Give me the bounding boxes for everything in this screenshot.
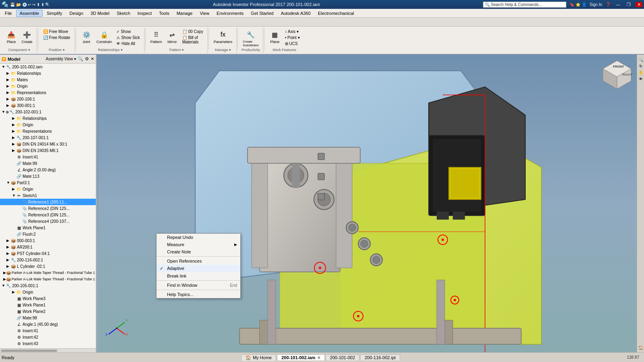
tree-arrow-origin[interactable]: ▶ — [6, 84, 10, 88]
tree-arrow-200-106[interactable]: ▶ — [6, 97, 10, 101]
tree-arrow-200-116[interactable]: ▶ — [6, 258, 10, 262]
close-panel-icon[interactable]: ✕ — [91, 56, 94, 62]
ucs-button[interactable]: ⊞ UCS — [283, 41, 301, 46]
tree-arrow-din[interactable]: ▶ — [12, 142, 16, 146]
tree-item-200-105[interactable]: ▼ 🔧 200-105-001:1 — [0, 282, 96, 289]
tree-arrow-origin3[interactable]: ▶ — [12, 187, 16, 191]
tree-item-insert43[interactable]: ⚙ Insert:43 — [0, 340, 96, 347]
tree-item-origin4[interactable]: ▶ 📁 Origin — [0, 289, 96, 295]
tree-item-pst-cyl[interactable]: ▶ 📦 PST Cylinder-04:1 — [0, 250, 96, 257]
menu-assemble[interactable]: Assemble — [16, 10, 43, 17]
settings-icon[interactable]: ⚙ — [85, 56, 89, 62]
tree-item-mate113[interactable]: 🔗 Mate:113 — [0, 173, 96, 179]
hide-all-button[interactable]: 👁 Hide All — [115, 41, 141, 46]
menu-getstarted[interactable]: Get Started — [248, 10, 277, 16]
tree-arrow-l-cyl[interactable]: ▶ — [6, 264, 10, 268]
tree-item-part31[interactable]: ▼ 📦 Part3:1 — [0, 179, 96, 186]
tree-item-000-003[interactable]: ▶ 📦 000-003:1 — [0, 237, 96, 244]
copy-button[interactable]: 📋 00 Copy — [181, 29, 205, 34]
ctx-find-in-window[interactable]: Find in Window End — [157, 282, 240, 289]
ctx-break-link[interactable]: Break link — [157, 272, 240, 280]
help-icon[interactable]: ❓ — [605, 2, 611, 7]
tree-arrow-300-001[interactable]: ▶ — [6, 103, 10, 107]
tree-item-workplane2[interactable]: ▦ Work Plane2 — [0, 308, 96, 315]
tree-arrow-200-105[interactable]: ▼ — [2, 284, 6, 288]
menu-electromechanical[interactable]: Electromechanical — [315, 10, 357, 16]
close-button[interactable]: ✕ — [636, 2, 642, 7]
tree-item-rels2[interactable]: ▶ 📁 Relationships — [0, 115, 96, 121]
tree-item-200-106[interactable]: ▶ 📦 200-106:1 — [0, 96, 96, 102]
search-tree-icon[interactable]: 🔍 — [78, 56, 83, 62]
tree-item-200-116[interactable]: ▶ 🔧 200-116-002:1 — [0, 257, 96, 263]
tree-item-workplane1[interactable]: ▦ Work Plane1 — [0, 224, 96, 231]
menu-sketch[interactable]: Sketch — [114, 10, 134, 16]
ctx-help-topics[interactable]: Help Topics... — [157, 291, 240, 298]
axis-button[interactable]: ↕ Axis ▾ — [283, 29, 301, 34]
tree-item-origin[interactable]: ▶ 📁 Origin — [0, 83, 96, 89]
tree-item-300-001[interactable]: ▶ 📦 300-001:1 — [0, 102, 96, 109]
tree-item-angle2[interactable]: ∠ Angle:2 (0.00 deg) — [0, 167, 96, 173]
tree-arrow-ar200[interactable]: ▶ — [6, 245, 10, 249]
tree-item-insert41b[interactable]: ⚙ Insert:41 — [0, 327, 96, 334]
tree-arrow-mates[interactable]: ▶ — [6, 78, 10, 82]
restore-button[interactable]: ❐ — [625, 2, 632, 7]
tree-arrow-din-m6[interactable]: ▶ — [12, 148, 16, 152]
parameters-button[interactable]: fx Parameters — [212, 29, 234, 45]
tree-item-sketch1[interactable]: ▼ ✏ Sketch1 — [0, 192, 96, 199]
tab-200-116[interactable]: 200-116-002.ipt — [360, 354, 400, 360]
menu-environments[interactable]: Environments — [213, 10, 247, 16]
menu-view[interactable]: View — [196, 10, 213, 16]
tree-item-ar200[interactable]: ▶ 📦 AR200:1 — [0, 244, 96, 250]
tree-item-root[interactable]: ▼ 🔧 200-101-002.iam — [0, 64, 96, 70]
tree-arrow-200-102[interactable]: ▼ — [2, 110, 6, 114]
show-sick-button[interactable]: ⚠ Show Sick — [115, 35, 141, 40]
place-button[interactable]: 📥 Place — [4, 29, 19, 45]
free-move-button[interactable]: 🔀 Free Move — [41, 29, 72, 34]
tree-item-ref2[interactable]: 📎 Reference2 (DIN 125... — [0, 205, 96, 212]
tree-arrow-reprs2[interactable]: ▶ — [12, 129, 16, 133]
tree-arrow-pst-cyl[interactable]: ▶ — [6, 251, 10, 255]
menu-tools[interactable]: Tools — [156, 10, 173, 16]
tree-item-200-107[interactable]: ▶ 🔧 200-107-001:1 — [0, 134, 96, 141]
constrain-button[interactable]: 🔒 Constrain — [95, 29, 114, 45]
tree-item-din-m6[interactable]: ▶ 📦 DIN EN 24035 M6:1 — [0, 147, 96, 154]
tree-arrow-rels2[interactable]: ▶ — [12, 116, 16, 120]
menu-3dmodel[interactable]: 3D Model — [87, 10, 113, 16]
tree-item-representations[interactable]: ▶ 📁 Representations — [0, 89, 96, 96]
ctx-adaptive[interactable]: ✓Adaptive — [157, 265, 240, 272]
create-button[interactable]: ➕ Create — [20, 29, 34, 45]
tree-item-relationships[interactable]: ▶ 📁 Relationships — [0, 70, 96, 76]
tree-item-insert42[interactable]: ⚙ Insert:42 — [0, 334, 96, 340]
ctx-open-references[interactable]: Open References — [157, 257, 240, 265]
tree-item-workplane3[interactable]: ▦ Work Plane3 — [0, 295, 96, 302]
menu-manage[interactable]: Manage — [173, 10, 196, 16]
create-substitutes-button[interactable]: 🔧 CreateSubstitutes — [241, 29, 260, 48]
ctx-measure[interactable]: Measure ▶ — [157, 241, 240, 248]
tree-item-din-m6-30[interactable]: ▶ 📦 DIN EN 24014 M6 x 30:1 — [0, 141, 96, 147]
tree-item-ref3[interactable]: 📎 Reference3 (DIN 125... — [0, 212, 96, 218]
tree-arrow-parker1[interactable]: ▶ — [3, 271, 6, 275]
tree-arrow-origin4[interactable]: ▶ — [12, 290, 16, 294]
mirror-button[interactable]: ⇌ Mirror — [165, 29, 180, 45]
tree-item-workplane1b[interactable]: ▦ Work Plane1 — [0, 302, 96, 308]
user-label[interactable]: Sign In — [590, 2, 602, 7]
show-button[interactable]: ✓ Show — [115, 29, 141, 34]
menu-inspect[interactable]: Inspect — [134, 10, 155, 16]
tab-200-101[interactable]: 200-101-002 — [326, 354, 359, 360]
point-button[interactable]: • Point ▾ — [283, 35, 301, 40]
tree-arrow-parker2[interactable]: ▶ — [3, 277, 6, 281]
tree-item-origin3[interactable]: ▶ 📁 Origin — [0, 186, 96, 192]
menu-design[interactable]: Design — [66, 10, 87, 16]
hscroll-thumb[interactable] — [1, 350, 57, 352]
plane-button[interactable]: ▦ Plane — [268, 29, 282, 45]
joint-button[interactable]: ⚙️ Joint — [79, 29, 94, 45]
nav-home[interactable]: 🏠 — [638, 344, 644, 351]
tree-arrow-part31[interactable]: ▼ — [6, 181, 10, 185]
tree-arrow-root[interactable]: ▼ — [2, 65, 6, 69]
menu-simplify[interactable]: Simplify — [43, 10, 66, 16]
nav-zoom-in[interactable]: 🔍 — [638, 56, 644, 63]
tree-arrow-origin2[interactable]: ▶ — [12, 123, 16, 127]
tree-item-flush2[interactable]: 🔗 Flush:2 — [0, 231, 96, 237]
filter-icon[interactable]: 🔽 — [2, 57, 6, 61]
tree-item-insert41[interactable]: ⚙ Insert:41 — [0, 154, 96, 160]
